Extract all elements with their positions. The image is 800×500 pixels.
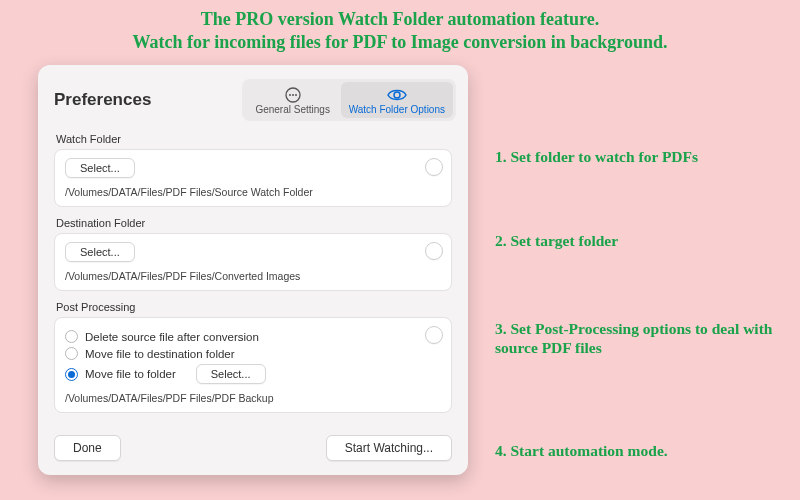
radio-button-icon bbox=[65, 330, 78, 343]
destination-folder-label: Destination Folder bbox=[54, 217, 452, 229]
start-watching-button[interactable]: Start Watching... bbox=[326, 435, 452, 461]
annotation-step-1: 1. Set folder to watch for PDFs bbox=[495, 148, 785, 167]
annotation-step-4: 4. Start automation mode. bbox=[495, 442, 785, 461]
window-title: Preferences bbox=[54, 90, 151, 110]
window-header: Preferences General Settings Watch Folde… bbox=[54, 79, 452, 121]
tab-watch-folder-options[interactable]: Watch Folder Options bbox=[341, 82, 453, 118]
svg-point-2 bbox=[292, 94, 294, 96]
post-processing-body: Delete source file after conversion Move… bbox=[54, 317, 452, 413]
radio-delete-source[interactable]: Delete source file after conversion bbox=[65, 330, 441, 343]
promo-headline: The PRO version Watch Folder automation … bbox=[0, 0, 800, 53]
ellipsis-circle-icon bbox=[284, 86, 302, 104]
destination-folder-body: Select... /Volumes/DATA/Files/PDF Files/… bbox=[54, 233, 452, 291]
window-footer: Done Start Watching... bbox=[54, 435, 452, 461]
post-processing-section: Post Processing Delete source file after… bbox=[54, 301, 452, 413]
radio-delete-source-label: Delete source file after conversion bbox=[85, 331, 259, 343]
radio-move-to-folder[interactable]: Move file to folder Select... bbox=[65, 364, 441, 384]
radio-button-icon bbox=[65, 347, 78, 360]
destination-folder-section: Destination Folder Select... /Volumes/DA… bbox=[54, 217, 452, 291]
headline-line2: Watch for incoming files for PDF to Imag… bbox=[0, 31, 800, 54]
tab-general-label: General Settings bbox=[255, 104, 330, 115]
post-processing-label: Post Processing bbox=[54, 301, 452, 313]
watch-folder-label: Watch Folder bbox=[54, 133, 452, 145]
tab-bar: General Settings Watch Folder Options bbox=[242, 79, 456, 121]
radio-move-folder-label: Move file to folder bbox=[85, 368, 176, 380]
post-folder-select-button[interactable]: Select... bbox=[196, 364, 266, 384]
watch-folder-section: Watch Folder Select... /Volumes/DATA/Fil… bbox=[54, 133, 452, 207]
help-icon[interactable] bbox=[425, 158, 443, 176]
radio-move-dest-label: Move file to destination folder bbox=[85, 348, 235, 360]
radio-move-to-destination[interactable]: Move file to destination folder bbox=[65, 347, 441, 360]
headline-line1: The PRO version Watch Folder automation … bbox=[201, 9, 599, 29]
destination-folder-select-button[interactable]: Select... bbox=[65, 242, 135, 262]
watch-folder-body: Select... /Volumes/DATA/Files/PDF Files/… bbox=[54, 149, 452, 207]
help-icon[interactable] bbox=[425, 242, 443, 260]
preferences-window: Preferences General Settings Watch Folde… bbox=[38, 65, 468, 475]
watch-folder-select-button[interactable]: Select... bbox=[65, 158, 135, 178]
help-icon[interactable] bbox=[425, 326, 443, 344]
destination-folder-path: /Volumes/DATA/Files/PDF Files/Converted … bbox=[65, 270, 441, 282]
tab-watch-label: Watch Folder Options bbox=[349, 104, 445, 115]
post-folder-path: /Volumes/DATA/Files/PDF Files/PDF Backup bbox=[65, 392, 441, 404]
radio-button-selected-icon bbox=[65, 368, 78, 381]
tab-general-settings[interactable]: General Settings bbox=[245, 82, 341, 118]
watch-folder-path: /Volumes/DATA/Files/PDF Files/Source Wat… bbox=[65, 186, 441, 198]
svg-point-1 bbox=[289, 94, 291, 96]
eye-icon bbox=[386, 86, 408, 104]
done-button[interactable]: Done bbox=[54, 435, 121, 461]
annotation-step-3: 3. Set Post-Processing options to deal w… bbox=[495, 320, 785, 357]
svg-point-4 bbox=[394, 92, 400, 98]
annotation-step-2: 2. Set target folder bbox=[495, 232, 785, 251]
svg-point-3 bbox=[295, 94, 297, 96]
